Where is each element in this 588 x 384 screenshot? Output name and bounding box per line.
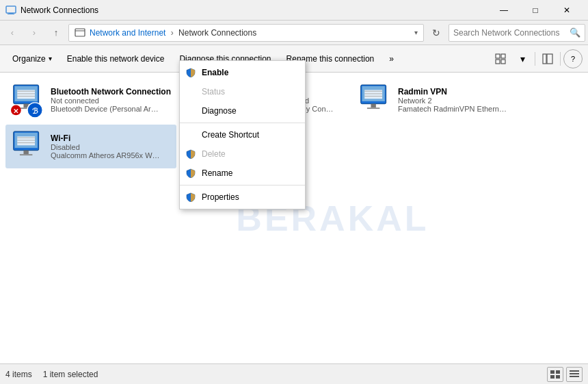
context-menu-item[interactable]: Create Shortcut bbox=[180, 125, 305, 144]
view-controls bbox=[547, 367, 583, 382]
menu-separator bbox=[180, 185, 305, 185]
context-menu-item[interactable]: Diagnose bbox=[180, 101, 305, 120]
svg-rect-7 bbox=[496, 60, 500, 64]
toolbar-divider2 bbox=[560, 52, 561, 66]
menu-item-label: Enable bbox=[202, 68, 228, 77]
network-item-icon bbox=[358, 84, 391, 116]
network-item-icon: ℬ ✕ bbox=[11, 84, 44, 116]
svg-rect-51 bbox=[550, 375, 554, 379]
network-item-info: Bluetooth Network Connection Not connect… bbox=[51, 87, 171, 113]
more-button[interactable]: » bbox=[382, 48, 401, 70]
menu-item-label: Diagnose bbox=[202, 106, 237, 116]
context-menu-item[interactable]: Enable bbox=[180, 63, 305, 82]
network-item-desc: Famatech RadminVPN Ethernet A... bbox=[398, 105, 507, 113]
toolbar-divider bbox=[535, 52, 535, 66]
svg-rect-39 bbox=[371, 104, 375, 108]
menu-item-label: Delete bbox=[202, 149, 226, 159]
svg-rect-8 bbox=[501, 60, 505, 64]
network-item-status: Disabled bbox=[51, 143, 171, 151]
window-title: Network Connections bbox=[21, 5, 488, 15]
maximize-button[interactable]: □ bbox=[520, 0, 551, 21]
large-icon-view-button[interactable] bbox=[547, 367, 563, 382]
shield-icon bbox=[185, 149, 196, 159]
menu-item-label: Rename bbox=[202, 168, 232, 178]
path-item-2[interactable]: Network Connections bbox=[178, 28, 256, 38]
svg-rect-54 bbox=[570, 373, 579, 374]
svg-rect-52 bbox=[556, 375, 560, 379]
status-bar: 4 items 1 item selected bbox=[0, 363, 588, 384]
network-item-info: Wi-Fi Disabled Qualcomm Atheros AR956x W… bbox=[51, 133, 171, 159]
context-menu-item[interactable]: Rename bbox=[180, 164, 305, 183]
network-item[interactable]: ℬ ✕ Bluetooth Network Connection Not con… bbox=[5, 78, 176, 122]
context-menu-item[interactable]: Properties bbox=[180, 188, 305, 207]
network-item-name: Radmin VPN bbox=[398, 87, 518, 97]
selection-status: 1 item selected bbox=[43, 370, 98, 379]
svg-rect-47 bbox=[23, 151, 28, 155]
network-item-desc: Bluetooth Device (Personal Area ... bbox=[51, 105, 160, 113]
close-button[interactable]: ✕ bbox=[551, 0, 583, 21]
svg-rect-0 bbox=[6, 6, 16, 13]
path-dropdown-arrow[interactable]: ▾ bbox=[414, 29, 418, 36]
svg-rect-55 bbox=[570, 376, 579, 377]
view-dropdown-button[interactable]: ▾ bbox=[513, 49, 532, 68]
path-item-1[interactable]: Network and Internet bbox=[90, 28, 165, 38]
context-menu: EnableStatusDiagnoseCreate Shortcut Dele… bbox=[179, 60, 306, 209]
network-item-name: Bluetooth Network Connection bbox=[51, 87, 171, 97]
refresh-button[interactable]: ↻ bbox=[427, 23, 446, 42]
network-item[interactable]: Wi-Fi Disabled Qualcomm Atheros AR956x W… bbox=[5, 125, 176, 168]
shield-icon bbox=[185, 168, 196, 179]
address-bar: ‹ › ↑ Network and Internet › Network Con… bbox=[0, 21, 588, 45]
context-menu-item: Status bbox=[180, 82, 305, 101]
menu-item-label: Status bbox=[202, 87, 225, 97]
svg-rect-9 bbox=[543, 54, 546, 64]
svg-rect-48 bbox=[20, 154, 32, 155]
pane-toggle-button[interactable] bbox=[538, 49, 557, 68]
context-menu-item: Delete bbox=[180, 144, 305, 164]
minimize-button[interactable]: — bbox=[488, 0, 520, 21]
network-item-info: Radmin VPN Network 2 Famatech RadminVPN … bbox=[398, 87, 518, 113]
path-breadcrumb: Network and Internet › Network Connectio… bbox=[90, 28, 256, 38]
back-button[interactable]: ‹ bbox=[3, 23, 22, 42]
network-item-status: Not connected bbox=[51, 97, 171, 105]
item-count: 4 items bbox=[5, 370, 32, 379]
network-item-name: Wi-Fi bbox=[51, 133, 171, 143]
svg-rect-40 bbox=[367, 107, 379, 109]
search-input[interactable] bbox=[453, 28, 570, 38]
search-icon: 🔍 bbox=[570, 27, 580, 38]
svg-text:✕: ✕ bbox=[13, 107, 18, 115]
menu-separator bbox=[180, 123, 305, 123]
forward-button[interactable]: › bbox=[25, 23, 44, 42]
title-bar: Network Connections — □ ✕ bbox=[0, 0, 588, 21]
svg-rect-6 bbox=[501, 54, 505, 58]
svg-text:ℬ: ℬ bbox=[32, 107, 38, 115]
window-controls: — □ ✕ bbox=[488, 0, 583, 21]
network-item-status: Network 2 bbox=[398, 97, 518, 105]
shield-icon bbox=[185, 67, 196, 78]
window-icon bbox=[5, 5, 16, 16]
svg-rect-53 bbox=[570, 370, 579, 372]
svg-rect-10 bbox=[547, 54, 552, 64]
address-path[interactable]: Network and Internet › Network Connectio… bbox=[68, 24, 424, 42]
svg-rect-49 bbox=[550, 370, 554, 374]
network-item-icon bbox=[11, 130, 44, 163]
detail-view-button[interactable] bbox=[566, 367, 583, 382]
network-item-desc: Qualcomm Atheros AR956x Wirel... bbox=[51, 151, 160, 159]
svg-rect-2 bbox=[8, 14, 14, 14]
toolbar-right: ▾ ? bbox=[491, 49, 583, 68]
organize-button[interactable]: Organize ▾ bbox=[5, 48, 59, 70]
network-item[interactable]: Radmin VPN Network 2 Famatech RadminVPN … bbox=[353, 78, 524, 122]
svg-rect-3 bbox=[75, 29, 85, 36]
enable-button[interactable]: Enable this network device bbox=[60, 48, 172, 70]
help-button[interactable]: ? bbox=[563, 49, 583, 68]
svg-rect-5 bbox=[496, 54, 500, 58]
menu-item-label: Create Shortcut bbox=[202, 130, 259, 140]
up-button[interactable]: ↑ bbox=[46, 23, 66, 42]
view-toggle-button[interactable] bbox=[491, 49, 510, 68]
menu-item-label: Properties bbox=[202, 192, 239, 202]
shield-icon bbox=[185, 192, 196, 203]
search-box[interactable]: 🔍 bbox=[449, 24, 585, 42]
svg-rect-50 bbox=[556, 370, 560, 374]
